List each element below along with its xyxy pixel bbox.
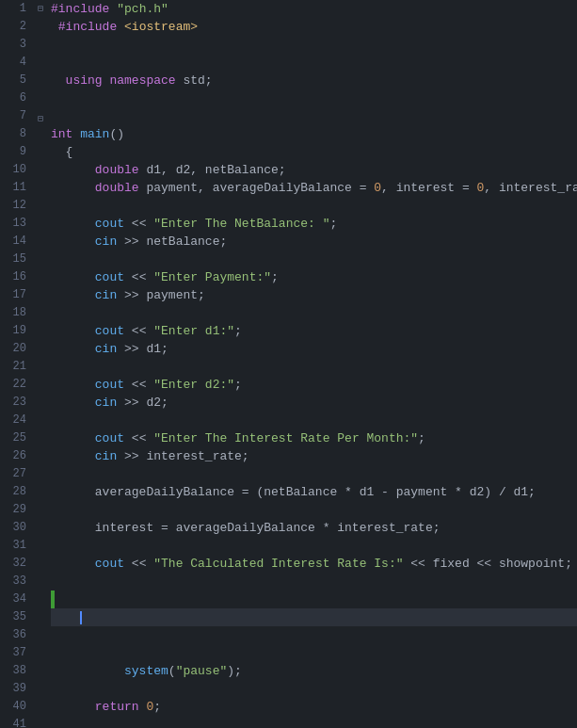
fold-marker[interactable]: ⊟ (34, 110, 47, 128)
fold-marker (34, 451, 47, 466)
token: "The Calculated Interest Rate Is:" (153, 557, 403, 571)
line-number: 7 (8, 107, 26, 125)
line-number: 23 (8, 394, 26, 412)
code-line: cin >> interest_rate; (51, 447, 577, 465)
fold-marker (34, 235, 47, 251)
token: >> payment; (117, 288, 205, 302)
code-line (51, 36, 577, 54)
token: >> interest_rate; (117, 449, 248, 463)
breakpoint-dot[interactable] (51, 590, 55, 608)
token (51, 20, 58, 34)
token: cout (95, 431, 124, 445)
code-line: cin >> d2; (51, 394, 577, 412)
fold-marker (34, 298, 47, 313)
token: = averageDailyBalance * interest_rate; (153, 521, 440, 535)
token: double (95, 181, 139, 195)
token: >> d1; (117, 342, 168, 356)
token (51, 431, 95, 445)
fold-marker (34, 189, 47, 204)
line-number: 20 (8, 340, 26, 358)
token: ; (418, 431, 425, 445)
token: "pause" (176, 664, 228, 678)
code-line (51, 537, 577, 555)
token: >> d2; (117, 396, 168, 410)
token: ; (234, 324, 242, 338)
fold-marker (34, 18, 47, 33)
token (51, 700, 95, 714)
token: , interest = (381, 181, 476, 195)
fold-marker (34, 390, 47, 405)
line-number: 30 (8, 519, 26, 537)
code-line: #include <iostream> (51, 18, 577, 36)
fold-marker (34, 128, 47, 143)
code-line (51, 358, 577, 376)
token: >> netBalance; (117, 235, 227, 249)
line-number: 4 (8, 54, 26, 72)
line-number: 21 (8, 358, 26, 376)
code-line: int main() (51, 125, 577, 143)
token: { (51, 145, 72, 159)
line-number: 33 (8, 573, 26, 590)
token: int (51, 127, 72, 141)
code-line: return 0; (51, 698, 577, 716)
code-line (51, 465, 577, 483)
token: ; (234, 378, 242, 392)
fold-marker (34, 682, 47, 697)
token: "Enter The NetBalance: " (153, 217, 329, 231)
code-line (51, 716, 577, 728)
token (51, 449, 95, 463)
code-area[interactable]: #include "pch.h" #include <iostream> usi… (47, 0, 577, 728)
code-line: cin >> d1; (51, 340, 577, 358)
code-line (51, 412, 577, 429)
line-number: 19 (8, 322, 26, 340)
code-line: cout << "Enter d2:"; (51, 376, 577, 394)
code-line (51, 590, 577, 608)
line-number: 38 (8, 662, 26, 680)
line-number: 5 (8, 72, 26, 89)
token: , interest_rate; (484, 181, 577, 195)
line-number: 24 (8, 412, 26, 429)
token (51, 217, 95, 231)
line-number: 22 (8, 376, 26, 394)
fold-marker (34, 174, 47, 189)
token: << fixed << showpoint; (404, 557, 572, 571)
token: 0 (374, 181, 381, 195)
fold-marker (34, 79, 47, 94)
line-number: 15 (8, 251, 26, 268)
token: ( (168, 664, 176, 678)
text-cursor (80, 611, 82, 624)
token (51, 235, 95, 249)
line-number: 6 (8, 89, 26, 107)
fold-marker (34, 636, 47, 651)
fold-marker (34, 405, 47, 420)
code-line: interest = averageDailyBalance * interes… (51, 519, 577, 537)
token: system (124, 664, 168, 678)
line-number: 34 (8, 590, 26, 608)
line-number: 2 (8, 18, 26, 36)
code-editor: 1234567891011121314151617181920212223242… (0, 0, 577, 728)
token (51, 270, 95, 284)
token (51, 378, 95, 392)
token: << (124, 324, 153, 338)
token: ; (329, 217, 337, 231)
token: cout (95, 557, 124, 571)
token: cout (95, 324, 124, 338)
token: << (124, 217, 153, 231)
code-line (51, 89, 577, 107)
fold-marker[interactable]: ⊟ (34, 0, 47, 18)
token: ); (227, 664, 242, 678)
token: = (netBalance * d1 - payment * d2) / d1; (234, 485, 536, 499)
fold-marker (34, 313, 47, 328)
token: "Enter Payment:" (153, 270, 271, 284)
line-number: 41 (8, 716, 26, 728)
fold-marker (34, 497, 47, 512)
token (51, 664, 124, 678)
token: <iostream> (117, 20, 198, 34)
line-number: 1 (8, 0, 26, 18)
fold-marker (34, 49, 47, 64)
fold-marker (34, 267, 47, 282)
token: cin (95, 396, 117, 410)
token (51, 288, 95, 302)
fold-marker (34, 574, 47, 589)
token: #include (58, 20, 117, 34)
